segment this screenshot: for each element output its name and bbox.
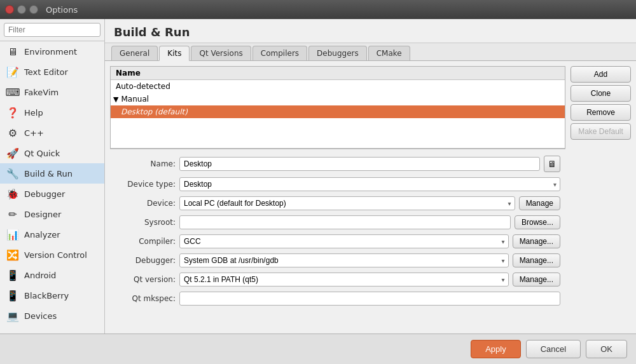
sidebar-items-container: 🖥 Environment 📝 Text Editor ⌨ FakeVim ❓ … — [0, 41, 104, 326]
android-label: Android — [24, 271, 56, 280]
bottom-bar: Apply Cancel OK — [0, 334, 636, 364]
sysroot-input[interactable] — [179, 215, 511, 229]
qt-version-select[interactable]: Qt 5.2.1 in PATH (qt5) — [179, 273, 509, 286]
sidebar-item-devices[interactable]: 💻 Devices — [0, 306, 104, 326]
kit-item-desktop[interactable]: Desktop (default) — [111, 105, 565, 118]
kits-group-auto[interactable]: Auto-detected — [111, 80, 565, 93]
sidebar-item-environment[interactable]: 🖥 Environment — [0, 41, 104, 62]
qt-mkspec-row: Qt mkspec: — [115, 289, 560, 308]
blackberry-icon: 📱 — [6, 289, 19, 302]
tabs-container: GeneralKitsQt VersionsCompilersDebuggers… — [111, 46, 410, 60]
devices-icon: 💻 — [6, 309, 19, 322]
text-editor-icon: 📝 — [6, 65, 19, 78]
tab-qt-versions[interactable]: Qt Versions — [191, 46, 251, 60]
sidebar-item-qt-quick[interactable]: 🚀 Qt Quick — [0, 143, 104, 163]
apply-button[interactable]: Apply — [471, 340, 521, 358]
sidebar-item-debugger[interactable]: 🐞 Debugger — [0, 184, 104, 204]
panel-title: Build & Run — [105, 19, 636, 43]
sidebar-item-designer[interactable]: ✏ Designer — [0, 204, 104, 224]
make-default-button[interactable]: Make Default — [570, 123, 631, 140]
kits-action-buttons: Add Clone Remove Make Default — [570, 66, 631, 328]
filter-box — [0, 19, 104, 41]
tabs-bar: GeneralKitsQt VersionsCompilersDebuggers… — [105, 43, 636, 61]
sidebar-item-version-control[interactable]: 🔀 Version Control — [0, 245, 104, 265]
designer-icon: ✏ — [6, 208, 19, 220]
kits-list: Name Auto-detected ▼ Manual Desktop (def… — [110, 66, 565, 149]
tab-kits[interactable]: Kits — [159, 46, 190, 61]
qt-mkspec-input[interactable] — [179, 292, 560, 306]
add-button[interactable]: Add — [570, 66, 631, 83]
clone-button[interactable]: Clone — [570, 85, 631, 102]
right-panel: Build & Run GeneralKitsQt VersionsCompil… — [105, 19, 636, 334]
kits-group-manual-row: ▼ Manual — [111, 93, 565, 105]
device-type-row: Device type: Desktop ▾ — [115, 175, 560, 194]
sidebar-item-text-editor[interactable]: 📝 Text Editor — [0, 62, 104, 82]
device-label: Device: — [115, 199, 176, 208]
name-input[interactable] — [179, 157, 540, 171]
analyzer-label: Analyzer — [24, 230, 60, 239]
sidebar-item-cpp[interactable]: ⚙ C++ — [0, 123, 104, 143]
environment-icon: 🖥 — [6, 45, 19, 58]
fakevim-label: FakeVim — [24, 88, 59, 97]
devices-label: Devices — [24, 311, 57, 321]
kit-icon-button[interactable]: 🖥 — [544, 156, 560, 172]
maximize-button[interactable] — [29, 5, 38, 14]
qt-version-row: Qt version: Qt 5.2.1 in PATH (qt5) ▾ Man… — [115, 270, 560, 289]
build-run-label: Build & Run — [24, 169, 73, 179]
cpp-label: C++ — [24, 128, 44, 138]
manage-debugger-button[interactable]: Manage... — [513, 253, 560, 267]
compiler-select-wrap: GCC ▾ — [179, 234, 509, 248]
compiler-label: Compiler: — [115, 237, 176, 246]
sidebar-item-fakevim[interactable]: ⌨ FakeVim — [0, 82, 104, 102]
expand-icon: ▼ — [111, 93, 121, 105]
version-control-label: Version Control — [24, 250, 87, 260]
filter-input[interactable] — [4, 23, 100, 37]
manage-device-button[interactable]: Manage — [519, 196, 560, 210]
sidebar-item-analyzer[interactable]: 📊 Analyzer — [0, 224, 104, 245]
tab-general[interactable]: General — [111, 46, 158, 60]
titlebar: Options — [0, 0, 636, 19]
tab-compilers[interactable]: Compilers — [252, 46, 307, 60]
remove-button[interactable]: Remove — [570, 104, 631, 121]
sidebar-item-android[interactable]: 📱 Android — [0, 265, 104, 285]
qt-version-select-wrap: Qt 5.2.1 in PATH (qt5) ▾ — [179, 273, 509, 286]
close-button[interactable] — [5, 5, 14, 14]
environment-label: Environment — [24, 47, 77, 57]
sysroot-row: Sysroot: Browse... — [115, 213, 560, 232]
analyzer-icon: 📊 — [6, 228, 19, 241]
manage-qt-button[interactable]: Manage... — [513, 273, 560, 286]
manage-compiler-button[interactable]: Manage... — [513, 234, 560, 248]
qt-mkspec-label: Qt mkspec: — [115, 294, 176, 303]
sidebar-item-blackberry[interactable]: 📱 BlackBerry — [0, 285, 104, 306]
kits-group-manual[interactable]: Manual — [121, 93, 154, 105]
browse-button[interactable]: Browse... — [515, 215, 560, 229]
compiler-select[interactable]: GCC — [179, 234, 509, 248]
minimize-button[interactable] — [17, 5, 26, 14]
device-select[interactable]: Local PC (default for Desktop) — [179, 196, 515, 210]
content-area: 🖥 Environment 📝 Text Editor ⌨ FakeVim ❓ … — [0, 19, 636, 334]
debugger-select[interactable]: System GDB at /usr/bin/gdb — [179, 253, 509, 267]
kits-list-area: Name Auto-detected ▼ Manual Desktop (def… — [110, 66, 565, 328]
sysroot-label: Sysroot: — [115, 218, 176, 227]
designer-label: Designer — [24, 210, 61, 219]
window-title: Options — [46, 5, 78, 15]
debugger-row: Debugger: System GDB at /usr/bin/gdb ▾ M… — [115, 251, 560, 270]
sidebar-item-help[interactable]: ❓ Help — [0, 102, 104, 123]
sidebar-item-build-run[interactable]: 🔧 Build & Run — [0, 163, 104, 184]
name-row: Name: 🖥 — [115, 153, 560, 175]
ok-button[interactable]: OK — [586, 340, 627, 358]
kit-details: Name: 🖥 Device type: Desktop ▾ — [110, 149, 565, 312]
tab-cmake[interactable]: CMake — [368, 46, 410, 60]
device-type-label: Device type: — [115, 180, 176, 189]
fakevim-icon: ⌨ — [6, 86, 19, 98]
titlebar-buttons — [5, 5, 38, 14]
help-label: Help — [24, 108, 43, 118]
cancel-button[interactable]: Cancel — [526, 340, 581, 358]
device-type-select[interactable]: Desktop — [179, 177, 560, 191]
debugger-label: Debugger: — [115, 256, 176, 265]
debugger-label: Debugger — [24, 189, 65, 199]
name-label: Name: — [115, 159, 176, 168]
tab-debuggers[interactable]: Debuggers — [308, 46, 367, 60]
kits-panel: Name Auto-detected ▼ Manual Desktop (def… — [105, 61, 636, 334]
qt-quick-label: Qt Quick — [24, 149, 60, 158]
